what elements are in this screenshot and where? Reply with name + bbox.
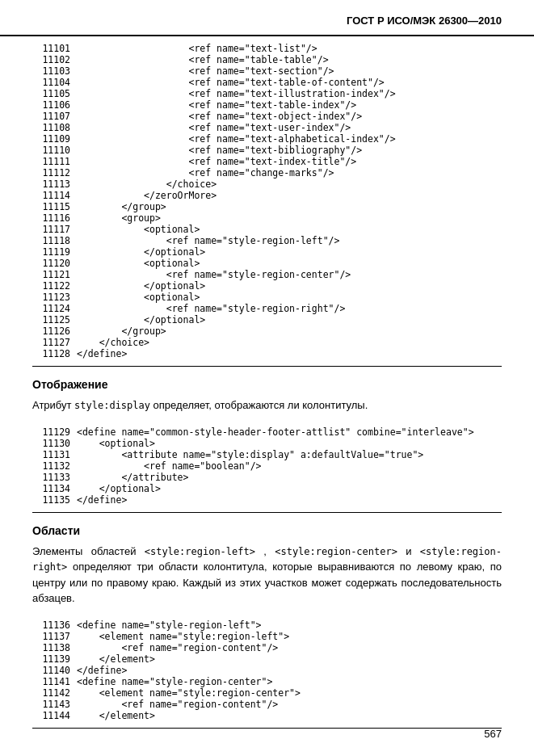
line-code: </zeroOrMore>	[77, 190, 502, 201]
line-code: <element name="style:region-center">	[77, 687, 502, 699]
table-row: 11116 <group>	[32, 212, 502, 224]
para-text-before: Атрибут	[32, 399, 74, 411]
table-row: 11101 <ref name="text-list"/>	[32, 43, 502, 54]
table-row: 11120 <optional>	[32, 258, 502, 269]
line-number: 11130	[32, 438, 77, 449]
table-row: 11124 <ref name="style-region-right"/>	[32, 303, 502, 314]
line-number: 11118	[32, 235, 77, 246]
line-number: 11136	[32, 620, 77, 631]
line-code: </optional>	[77, 246, 502, 258]
line-code: <ref name="text-index-title"/>	[77, 156, 502, 167]
section-display: Отображение Атрибут style:display опреде…	[32, 378, 502, 414]
line-number: 11140	[32, 665, 77, 676]
line-number: 11106	[32, 99, 77, 111]
line-number: 11125	[32, 314, 77, 326]
table-row: 11122 </optional>	[32, 280, 502, 292]
line-number: 11141	[32, 676, 77, 687]
line-code: <ref name="table-table"/>	[77, 54, 502, 65]
table-row: 11129<define name="common-style-header-f…	[32, 426, 502, 438]
table-row: 11127 </choice>	[32, 337, 502, 348]
line-code: <group>	[77, 212, 502, 224]
line-code: <ref name="text-table-of-content"/>	[77, 77, 502, 88]
para-code: style:display	[74, 400, 150, 411]
line-number: 11114	[32, 190, 77, 201]
table-row: 11123 <optional>	[32, 292, 502, 303]
line-code: </define>	[77, 665, 502, 676]
table-row: 11114 </zeroOrMore>	[32, 190, 502, 201]
table-row: 11136<define name="style-region-left">	[32, 620, 502, 631]
line-number: 11113	[32, 178, 77, 190]
table-row: 11135</define>	[32, 494, 502, 506]
table-row: 11144 </element>	[32, 710, 502, 721]
line-number: 11115	[32, 201, 77, 212]
table-row: 11105 <ref name="text-illustration-index…	[32, 88, 502, 99]
line-code: <ref name="text-section"/>	[77, 65, 502, 77]
line-number: 11142	[32, 687, 77, 699]
section-areas-para: Элементы областей <style:region-left> , …	[32, 544, 502, 607]
header: ГОСТ Р ИСО/МЭК 26300—2010	[0, 0, 534, 36]
code-table-3: 11136<define name="style-region-left">11…	[32, 620, 502, 721]
line-code: </group>	[77, 201, 502, 212]
code-block-2: 11129<define name="common-style-header-f…	[32, 420, 502, 513]
line-number: 11103	[32, 65, 77, 77]
line-code: </element>	[77, 710, 502, 721]
line-code: </group>	[77, 326, 502, 337]
line-number: 11105	[32, 88, 77, 99]
line-code: <attribute name="style:display" a:defaul…	[77, 449, 502, 460]
line-number: 11139	[32, 653, 77, 665]
line-number: 11101	[32, 43, 77, 54]
table-row: 11141<define name="style-region-center">	[32, 676, 502, 687]
areas-code-1: <style:region-left>	[145, 546, 255, 557]
table-row: 11104 <ref name="text-table-of-content"/…	[32, 77, 502, 88]
table-row: 11108 <ref name="text-user-index"/>	[32, 122, 502, 133]
line-number: 11120	[32, 258, 77, 269]
table-row: 11103 <ref name="text-section"/>	[32, 65, 502, 77]
areas-code-2: <style:region-center>	[275, 546, 397, 557]
table-row: 11115 </group>	[32, 201, 502, 212]
line-number: 11102	[32, 54, 77, 65]
line-code: <ref name="style-region-right"/>	[77, 303, 502, 314]
table-row: 11107 <ref name="text-object-index"/>	[32, 111, 502, 122]
line-code: <ref name="region-content"/>	[77, 642, 502, 653]
table-row: 11142 <element name="style:region-center…	[32, 687, 502, 699]
line-code: <define name="style-region-center">	[77, 676, 502, 687]
line-number: 11133	[32, 472, 77, 483]
line-code: <ref name="text-user-index"/>	[77, 122, 502, 133]
line-code: <optional>	[77, 292, 502, 303]
table-row: 11112 <ref name="change-marks"/>	[32, 167, 502, 178]
areas-text-3: и	[397, 545, 420, 557]
code-table-2: 11129<define name="common-style-header-f…	[32, 426, 502, 506]
line-number: 11132	[32, 460, 77, 472]
table-row: 11121 <ref name="style-region-center"/>	[32, 269, 502, 280]
table-row: 11137 <element name="style:region-left">	[32, 631, 502, 642]
line-number: 11144	[32, 710, 77, 721]
line-code: </define>	[77, 348, 502, 359]
section-display-para: Атрибут style:display определяет, отобра…	[32, 397, 502, 414]
line-code: <optional>	[77, 258, 502, 269]
line-number: 11108	[32, 122, 77, 133]
section-areas-heading: Области	[32, 524, 502, 537]
section-display-heading: Отображение	[32, 378, 502, 391]
table-row: 11131 <attribute name="style:display" a:…	[32, 449, 502, 460]
table-row: 11132 <ref name="boolean"/>	[32, 460, 502, 472]
table-row: 11139 </element>	[32, 653, 502, 665]
table-row: 11110 <ref name="text-bibliography"/>	[32, 145, 502, 156]
areas-text-2: ,	[255, 545, 275, 557]
line-number: 11121	[32, 269, 77, 280]
line-code: <optional>	[77, 224, 502, 235]
code-block-3: 11136<define name="style-region-left">11…	[32, 613, 502, 729]
line-code: <optional>	[77, 438, 502, 449]
line-number: 11116	[32, 212, 77, 224]
code-table-1: 11101 <ref name="text-list"/>11102 <ref …	[32, 43, 502, 359]
line-number: 11117	[32, 224, 77, 235]
table-row: 11118 <ref name="style-region-left"/>	[32, 235, 502, 246]
line-number: 11131	[32, 449, 77, 460]
table-row: 11119 </optional>	[32, 246, 502, 258]
line-number: 11122	[32, 280, 77, 292]
table-row: 11102 <ref name="table-table"/>	[32, 54, 502, 65]
line-code: </define>	[77, 494, 502, 506]
line-code: <ref name="text-list"/>	[77, 43, 502, 54]
line-code: </optional>	[77, 280, 502, 292]
table-row: 11128</define>	[32, 348, 502, 359]
line-code: <ref name="text-illustration-index"/>	[77, 88, 502, 99]
